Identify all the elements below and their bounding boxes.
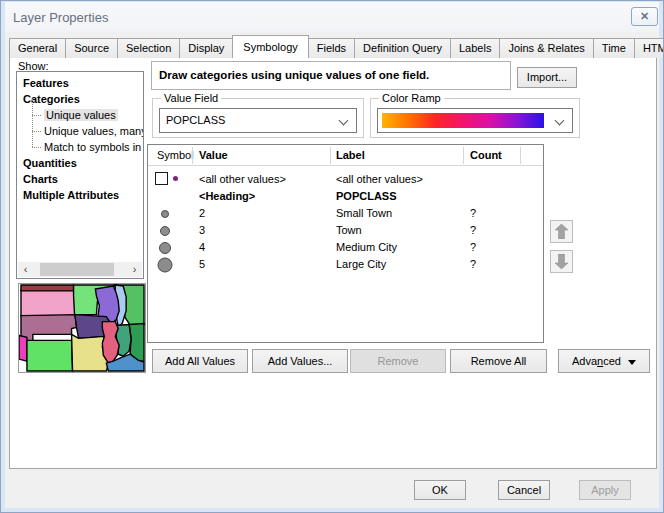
value-field-value: POPCLASS [166,114,225,126]
title-bar[interactable]: Layer Properties [5,2,659,32]
cell-count: ? [470,224,476,236]
apply-button[interactable]: Apply [579,480,631,500]
show-item-multiple-attributes[interactable]: Multiple Attributes [17,187,143,203]
categories-table[interactable]: Symbol Value Label Count <all other valu… [147,144,544,343]
header-count: Count [470,149,502,161]
tab-fields[interactable]: Fields [308,38,355,58]
symbology-page: Show: Features Categories Unique values … [9,57,657,469]
show-item-categories[interactable]: Categories [17,91,143,107]
table-row[interactable]: 2 Small Town ? [148,205,543,222]
ok-button[interactable]: OK [414,480,466,500]
graduated-symbol[interactable] [161,210,169,218]
tab-labels[interactable]: Labels [450,38,500,58]
scroll-right-icon[interactable]: › [127,262,142,277]
scrollbar-thumb[interactable] [40,263,114,276]
value-field-label: Value Field [161,92,221,104]
close-icon[interactable]: ✕ [631,7,658,26]
scroll-left-icon[interactable]: ‹ [18,262,33,277]
cell-label: Small Town [336,207,392,219]
color-ramp-dropdown[interactable] [377,108,573,133]
cell-label: POPCLASS [336,190,397,202]
cell-value: <Heading> [199,190,255,202]
show-item-match-symbols[interactable]: Match to symbols in a [17,139,143,155]
table-row[interactable]: <Heading> POPCLASS [148,188,543,205]
cell-value: 2 [199,207,205,219]
color-ramp-group: Color Ramp [370,98,580,138]
show-item-quantities[interactable]: Quantities [17,155,143,171]
table-row[interactable]: 5 Large City ? [148,256,543,273]
arrow-up-icon [555,224,568,239]
tab-symbology[interactable]: Symbology [232,35,308,58]
graduated-symbol[interactable] [160,226,170,236]
graduated-symbol[interactable] [158,257,173,272]
tab-strip: General Source Selection Display Symbolo… [9,35,664,58]
dropdown-arrow-icon [628,360,636,365]
all-other-values-checkbox[interactable] [155,172,168,185]
method-description-panel: Draw categories using unique values of o… [151,61,511,90]
tab-html-popup[interactable]: HTML Popup [634,38,664,58]
table-row[interactable]: <all other values> <all other values> [148,171,543,188]
tab-selection[interactable]: Selection [117,38,180,58]
cell-value: 5 [199,258,205,270]
method-description: Draw categories using unique values of o… [159,69,429,81]
show-tree-list[interactable]: Features Categories Unique values Unique… [16,71,144,279]
header-value: Value [199,149,228,161]
move-down-button[interactable] [550,250,573,273]
import-button[interactable]: Import... [517,67,577,88]
show-item-unique-values[interactable]: Unique values [17,107,143,123]
tab-definition-query[interactable]: Definition Query [354,38,451,58]
cell-value: 4 [199,241,205,253]
tab-display[interactable]: Display [179,38,233,58]
table-row[interactable]: 4 Medium City ? [148,239,543,256]
color-ramp-gradient [382,113,544,128]
show-item-unique-values-many[interactable]: Unique values, many [17,123,143,139]
cell-count: ? [470,207,476,219]
value-field-dropdown[interactable]: POPCLASS [159,108,357,133]
add-values-button[interactable]: Add Values... [252,349,348,373]
arrow-down-icon [555,254,568,269]
cell-label: Medium City [336,241,397,253]
cell-label: Large City [336,258,386,270]
tab-general[interactable]: General [9,38,66,58]
cell-count: ? [470,258,476,270]
cell-value: <all other values> [199,173,286,185]
cancel-button[interactable]: Cancel [498,480,550,500]
layer-preview-thumbnail [18,283,146,373]
window-title: Layer Properties [13,10,108,25]
chevron-down-icon [555,116,565,126]
value-field-group: Value Field POPCLASS [152,98,364,138]
chevron-down-icon [339,116,349,126]
graduated-symbol[interactable] [159,242,171,254]
preview-map-image [19,284,145,372]
advanced-button[interactable]: Advanced [558,349,650,373]
remove-button[interactable]: Remove [350,349,446,373]
tab-source[interactable]: Source [65,38,118,58]
move-up-button[interactable] [550,220,573,243]
cell-value: 3 [199,224,205,236]
header-symbol: Symbol [157,149,194,161]
cell-label: Town [336,224,362,236]
all-other-values-symbol[interactable] [173,176,178,181]
tree-horizontal-scrollbar[interactable]: ‹ › [18,262,142,277]
color-ramp-label: Color Ramp [379,92,444,104]
layer-properties-dialog: Layer Properties ✕ General Source Select… [0,0,664,513]
header-label: Label [336,149,365,161]
tab-joins-relates[interactable]: Joins & Relates [499,38,593,58]
cell-count: ? [470,241,476,253]
tab-time[interactable]: Time [593,38,635,58]
cell-label: <all other values> [336,173,423,185]
show-item-features[interactable]: Features [17,75,143,91]
table-header-row: Symbol Value Label Count [148,145,543,166]
table-row[interactable]: 3 Town ? [148,222,543,239]
show-item-charts[interactable]: Charts [17,171,143,187]
remove-all-button[interactable]: Remove All [450,349,547,373]
add-all-values-button[interactable]: Add All Values [152,349,248,373]
